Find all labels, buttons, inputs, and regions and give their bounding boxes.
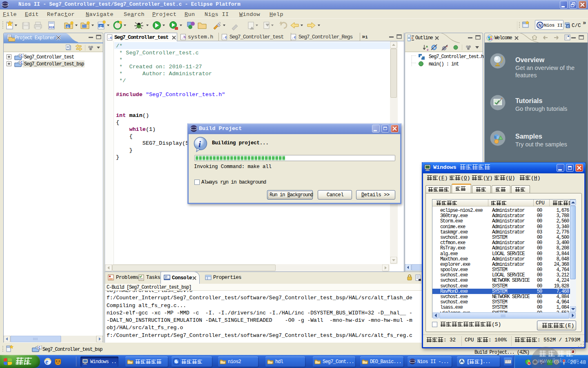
svg-text:C: C bbox=[67, 25, 69, 29]
svg-text:.c: .c bbox=[108, 36, 112, 40]
svg-text:010: 010 bbox=[49, 26, 54, 29]
svg-text:C: C bbox=[38, 346, 40, 350]
svg-text:.c: .c bbox=[292, 36, 296, 40]
svg-text:C: C bbox=[567, 25, 569, 28]
svg-text:C: C bbox=[20, 61, 22, 65]
svg-text:z: z bbox=[427, 48, 429, 51]
svg-text:i: i bbox=[198, 139, 201, 149]
svg-text:N: N bbox=[539, 23, 542, 28]
svg-text:C: C bbox=[20, 54, 22, 58]
svg-text:.c: .c bbox=[223, 36, 227, 40]
svg-text:.h: .h bbox=[181, 36, 186, 40]
svg-text:C: C bbox=[100, 25, 102, 28]
